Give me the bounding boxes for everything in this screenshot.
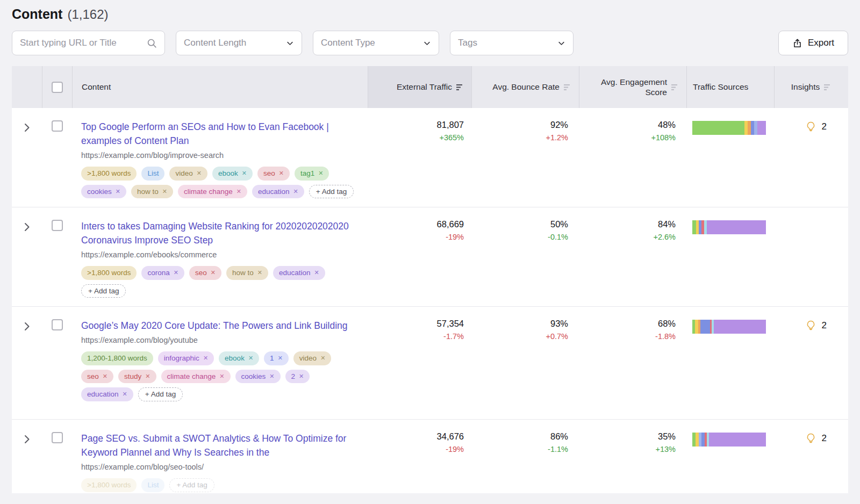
- expand-row-button[interactable]: [22, 220, 32, 235]
- select-all-checkbox[interactable]: [52, 82, 63, 93]
- remove-tag-icon[interactable]: ✕: [278, 355, 283, 361]
- tag-pill[interactable]: climate change✕: [161, 370, 231, 384]
- remove-tag-icon[interactable]: ✕: [236, 189, 241, 195]
- column-header-content[interactable]: Content: [72, 66, 368, 108]
- tags-dropdown[interactable]: Tags: [450, 31, 574, 55]
- row-checkbox[interactable]: [52, 220, 63, 231]
- external-traffic-cell: 68,669 -19%: [368, 219, 471, 241]
- remove-tag-icon[interactable]: ✕: [123, 391, 127, 397]
- tag-pill[interactable]: seo✕: [257, 167, 290, 181]
- insights-indicator[interactable]: 2: [805, 433, 827, 444]
- external-traffic-cell: 57,354 -1.7%: [368, 319, 471, 341]
- remove-tag-icon[interactable]: ✕: [145, 373, 150, 379]
- tag-pill[interactable]: 2✕: [285, 370, 310, 384]
- remove-tag-icon[interactable]: ✕: [320, 355, 325, 361]
- row-checkbox[interactable]: [52, 319, 63, 330]
- remove-tag-icon[interactable]: ✕: [279, 170, 284, 176]
- content-title-link[interactable]: Top Google Perform an SEOs and How to Ev…: [81, 120, 360, 148]
- external-traffic-value: 81,807: [368, 120, 464, 130]
- table-row: Inters to takes Damaging Website Ranking…: [12, 207, 848, 306]
- sort-icon: [671, 84, 679, 91]
- content-title-link[interactable]: Inters to takes Damaging Website Ranking…: [81, 219, 360, 247]
- tag-pill[interactable]: 1,200-1,800 words: [81, 351, 153, 365]
- remove-tag-icon[interactable]: ✕: [203, 355, 208, 361]
- remove-tag-icon[interactable]: ✕: [318, 170, 323, 176]
- export-label: Export: [808, 38, 834, 48]
- tag-pill[interactable]: >1,800 words: [81, 266, 137, 280]
- remove-tag-icon[interactable]: ✕: [242, 170, 247, 176]
- content-title-link[interactable]: Google’s May 2020 Core Update: The Power…: [81, 319, 360, 333]
- row-checkbox[interactable]: [52, 432, 63, 443]
- tag-pill[interactable]: ebook✕: [219, 351, 259, 365]
- tag-pill[interactable]: video✕: [169, 167, 207, 181]
- export-icon: [792, 38, 802, 48]
- tag-pill[interactable]: video✕: [293, 351, 332, 365]
- tag-label: how to: [137, 188, 159, 196]
- tag-pill[interactable]: >1,800 words: [81, 478, 137, 492]
- tag-pill[interactable]: seo✕: [81, 370, 113, 384]
- content-length-dropdown[interactable]: Content Length: [176, 31, 302, 55]
- content-title-link[interactable]: Page SEO vs. Submit a SWOT Analytics & H…: [81, 431, 360, 459]
- tag-pill[interactable]: corona✕: [141, 266, 184, 280]
- remove-tag-icon[interactable]: ✕: [299, 373, 304, 379]
- add-tag-button[interactable]: + Add tag: [81, 284, 126, 298]
- bounce-rate-cell: 92% +1.2%: [471, 120, 579, 142]
- expand-row-button[interactable]: [22, 320, 32, 335]
- remove-tag-icon[interactable]: ✕: [219, 373, 224, 379]
- tag-pill[interactable]: study✕: [118, 370, 156, 384]
- tag-pill[interactable]: how to✕: [226, 266, 268, 280]
- tag-pill[interactable]: infographic✕: [158, 351, 214, 365]
- remove-tag-icon[interactable]: ✕: [248, 355, 253, 361]
- remove-tag-icon[interactable]: ✕: [211, 270, 216, 276]
- tag-pill[interactable]: ebook✕: [212, 167, 253, 181]
- page-header: Content (1,162): [12, 0, 848, 22]
- column-header-bounce-rate[interactable]: Avg. Bounce Rate: [471, 66, 579, 108]
- tag-pill[interactable]: education✕: [273, 266, 325, 280]
- tag-pill[interactable]: education✕: [81, 387, 133, 401]
- remove-tag-icon[interactable]: ✕: [314, 270, 319, 276]
- expand-row-button[interactable]: [22, 433, 32, 448]
- expand-row-button[interactable]: [22, 121, 32, 136]
- remove-tag-icon[interactable]: ✕: [293, 189, 298, 195]
- tag-pill[interactable]: cookies✕: [235, 370, 281, 384]
- add-tag-button[interactable]: + Add tag: [309, 185, 354, 199]
- tag-pill[interactable]: List: [141, 167, 164, 181]
- row-checkbox[interactable]: [52, 120, 63, 132]
- remove-tag-icon[interactable]: ✕: [257, 270, 262, 276]
- remove-tag-icon[interactable]: ✕: [162, 189, 167, 195]
- table-body: Top Google Perform an SEOs and How to Ev…: [12, 108, 848, 493]
- tag-label: >1,800 words: [87, 170, 131, 177]
- remove-tag-icon[interactable]: ✕: [174, 270, 178, 276]
- chevron-right-icon: [24, 322, 30, 331]
- tag-pill[interactable]: seo✕: [189, 266, 221, 280]
- search-box[interactable]: [12, 31, 165, 55]
- column-header-engagement-score[interactable]: Avg. Engagement Score: [579, 66, 686, 108]
- remove-tag-icon[interactable]: ✕: [116, 189, 120, 195]
- page-count: (1,162): [67, 7, 108, 22]
- add-tag-button[interactable]: + Add tag: [138, 387, 183, 401]
- column-header-external-traffic[interactable]: External Traffic: [368, 66, 471, 108]
- tag-pill[interactable]: climate change✕: [178, 185, 247, 199]
- tag-label: video: [175, 170, 192, 177]
- insights-indicator[interactable]: 2: [805, 121, 827, 132]
- insights-indicator[interactable]: 2: [805, 320, 827, 331]
- tag-pill[interactable]: how to✕: [131, 185, 173, 199]
- remove-tag-icon[interactable]: ✕: [269, 373, 274, 379]
- search-input[interactable]: [20, 38, 138, 48]
- export-button[interactable]: Export: [778, 31, 848, 55]
- tag-pill[interactable]: 1✕: [264, 351, 289, 365]
- tag-list: 1,200-1,800 wordsinfographic✕ebook✕1✕vid…: [81, 351, 360, 401]
- chevron-down-icon: [286, 39, 294, 47]
- tag-pill[interactable]: cookies✕: [81, 185, 126, 199]
- add-tag-button[interactable]: + Add tag: [169, 478, 214, 492]
- remove-tag-icon[interactable]: ✕: [103, 373, 108, 379]
- tag-pill[interactable]: education✕: [252, 185, 304, 199]
- tag-pill[interactable]: List: [141, 478, 164, 492]
- tag-pill[interactable]: >1,800 words: [81, 167, 137, 181]
- tag-pill[interactable]: tag1✕: [295, 167, 329, 181]
- content-type-dropdown[interactable]: Content Type: [313, 31, 439, 55]
- engagement-score-value: 68%: [579, 319, 676, 329]
- remove-tag-icon[interactable]: ✕: [197, 170, 202, 176]
- tag-label: tag1: [300, 170, 314, 177]
- column-header-insights[interactable]: Insights: [774, 66, 848, 108]
